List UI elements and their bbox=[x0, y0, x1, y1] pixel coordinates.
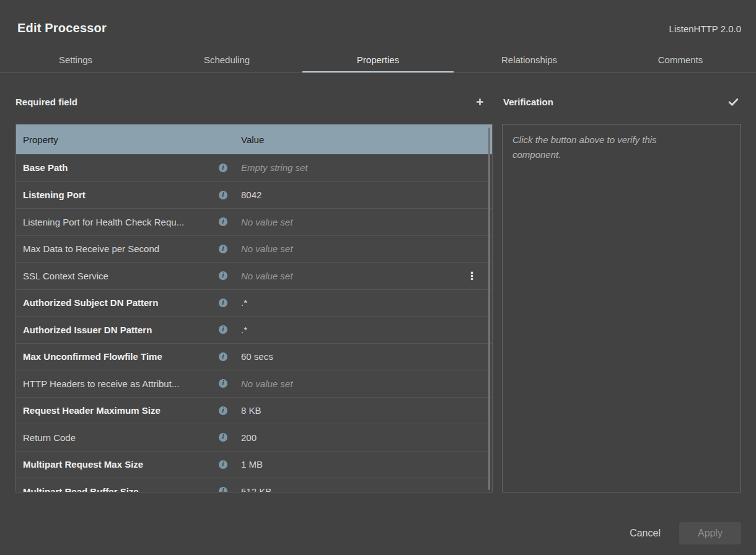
property-value[interactable]: No value set bbox=[241, 217, 292, 227]
apply-button[interactable]: Apply bbox=[679, 522, 741, 544]
property-name: Multipart Read Buffer Size bbox=[23, 486, 219, 492]
property-name: Max Unconfirmed Flowfile Time bbox=[23, 351, 219, 362]
property-name: Authorized Issuer DN Pattern bbox=[23, 325, 219, 335]
verification-message: Click the button above to verify this co… bbox=[512, 133, 705, 162]
cancel-button[interactable]: Cancel bbox=[628, 523, 662, 544]
table-row[interactable]: Multipart Request Max Size i 1 MB bbox=[16, 451, 492, 478]
property-name: Authorized Subject DN Pattern bbox=[23, 297, 219, 308]
add-property-button[interactable] bbox=[472, 94, 488, 110]
kebab-menu-icon[interactable]: ⋮ bbox=[467, 271, 477, 281]
property-value[interactable]: 8 KB bbox=[241, 405, 262, 416]
property-name: SSL Context Service bbox=[23, 271, 219, 281]
property-table: Property Value Base Path i Empty string … bbox=[15, 124, 493, 492]
properties-panel-heading: Required field bbox=[15, 92, 488, 111]
property-value[interactable]: .* bbox=[241, 297, 247, 308]
property-value[interactable]: 512 KB bbox=[241, 486, 271, 492]
tab-relationships[interactable]: Relationships bbox=[454, 46, 605, 72]
table-row[interactable]: SSL Context Service i No value set ⋮ bbox=[16, 262, 492, 289]
column-header-property: Property bbox=[16, 134, 234, 145]
property-name: Return Code bbox=[23, 432, 219, 443]
column-header-value: Value bbox=[234, 134, 264, 145]
processor-type-version: ListenHTTP 2.0.0 bbox=[669, 24, 741, 34]
info-icon[interactable]: i bbox=[219, 325, 227, 334]
table-row[interactable]: Authorized Issuer DN Pattern i .* bbox=[16, 316, 492, 343]
property-value[interactable]: No value set bbox=[241, 243, 292, 254]
table-row[interactable]: Multipart Read Buffer Size i 512 KB bbox=[16, 478, 492, 492]
info-icon[interactable]: i bbox=[219, 487, 227, 492]
property-name: HTTP Headers to receive as Attribut... bbox=[23, 378, 219, 389]
table-row[interactable]: Listening Port for Health Check Requ... … bbox=[16, 208, 492, 235]
property-table-body: Base Path i Empty string set Listening P… bbox=[16, 154, 492, 492]
info-icon[interactable]: i bbox=[219, 433, 227, 442]
table-row[interactable]: Max Data to Receive per Second i No valu… bbox=[16, 235, 492, 263]
property-name: Base Path bbox=[23, 162, 219, 173]
property-value[interactable]: Empty string set bbox=[241, 162, 308, 173]
info-icon[interactable]: i bbox=[219, 299, 227, 307]
verification-results-box: Click the button above to verify this co… bbox=[502, 124, 741, 492]
info-icon[interactable]: i bbox=[219, 245, 227, 253]
tab-scheduling[interactable]: Scheduling bbox=[151, 46, 302, 72]
table-row[interactable]: HTTP Headers to receive as Attribut... i… bbox=[16, 370, 492, 397]
info-icon[interactable]: i bbox=[219, 164, 227, 172]
property-value[interactable]: No value set bbox=[241, 271, 292, 281]
property-value[interactable]: 1 MB bbox=[241, 459, 263, 470]
table-scrollbar[interactable] bbox=[488, 128, 490, 490]
property-table-header: Property Value bbox=[16, 125, 492, 154]
page-title: Edit Processor bbox=[17, 21, 107, 35]
check-icon bbox=[727, 96, 739, 108]
verification-panel-heading: Verification bbox=[503, 92, 741, 111]
table-row[interactable]: Max Unconfirmed Flowfile Time i 60 secs bbox=[16, 343, 492, 370]
property-value[interactable]: 200 bbox=[241, 432, 257, 443]
table-row[interactable]: Request Header Maximum Size i 8 KB bbox=[16, 397, 492, 424]
info-icon[interactable]: i bbox=[219, 217, 227, 226]
tab-properties[interactable]: Properties bbox=[302, 46, 454, 72]
verification-label: Verification bbox=[503, 97, 553, 107]
info-icon[interactable]: i bbox=[219, 352, 227, 361]
table-row[interactable]: Authorized Subject DN Pattern i .* bbox=[16, 289, 492, 317]
tab-comments[interactable]: Comments bbox=[605, 46, 756, 72]
required-field-label: Required field bbox=[15, 97, 77, 107]
info-icon[interactable]: i bbox=[219, 191, 227, 199]
property-name: Max Data to Receive per Second bbox=[23, 243, 219, 254]
property-name: Multipart Request Max Size bbox=[23, 459, 219, 470]
plus-icon bbox=[475, 97, 485, 107]
table-row[interactable]: Base Path i Empty string set bbox=[16, 154, 492, 181]
info-icon[interactable]: i bbox=[219, 460, 227, 469]
property-value[interactable]: .* bbox=[241, 325, 247, 335]
table-row[interactable]: Return Code i 200 bbox=[16, 424, 492, 451]
verify-button[interactable] bbox=[725, 94, 741, 110]
info-icon[interactable]: i bbox=[219, 379, 227, 388]
property-name: Listening Port for Health Check Requ... bbox=[23, 217, 219, 227]
property-value[interactable]: No value set bbox=[241, 378, 292, 389]
property-value[interactable]: 60 secs bbox=[241, 351, 273, 362]
dialog-header: Edit Processor ListenHTTP 2.0.0 Settings… bbox=[0, 0, 756, 73]
property-name: Request Header Maximum Size bbox=[23, 405, 219, 416]
info-icon[interactable]: i bbox=[219, 406, 227, 415]
property-name: Listening Port bbox=[23, 190, 219, 200]
info-icon[interactable]: i bbox=[219, 271, 227, 280]
tab-settings[interactable]: Settings bbox=[0, 46, 151, 72]
table-row[interactable]: Listening Port i 8042 bbox=[16, 181, 492, 209]
dialog-footer: Cancel Apply bbox=[628, 522, 741, 544]
tab-bar: Settings Scheduling Properties Relations… bbox=[0, 46, 756, 72]
property-value[interactable]: 8042 bbox=[241, 190, 262, 200]
